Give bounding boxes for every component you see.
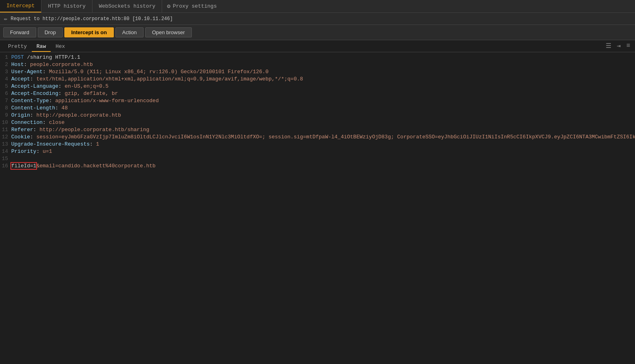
line-content: Host: people.corporate.htb bbox=[11, 61, 635, 68]
line-content: Referer: http://people.corporate.htb/sha… bbox=[11, 126, 635, 134]
editor-toolbar: ☰ ⇥ ≡ bbox=[604, 41, 632, 51]
line-number: 9 bbox=[0, 112, 11, 119]
menu-icon[interactable]: ≡ bbox=[625, 41, 632, 50]
wrap-icon[interactable]: ☰ bbox=[604, 41, 613, 51]
tab-websockets-history[interactable]: WebSockets history bbox=[92, 0, 162, 12]
line-number: 11 bbox=[0, 126, 11, 134]
line-content: fileId=1&email=candido.hackett%40corpora… bbox=[11, 162, 635, 170]
action-bar: Forward Drop Intercept is on Action Open… bbox=[0, 25, 635, 40]
line-number: 4 bbox=[0, 76, 11, 83]
tab-pretty[interactable]: Pretty bbox=[3, 42, 32, 52]
gear-icon: ⚙ bbox=[167, 3, 170, 10]
line-number: 3 bbox=[0, 68, 11, 76]
code-line-5: 5Accept-Language: en-US,en;q=0.5 bbox=[0, 83, 635, 90]
line-content: Priority: u=1 bbox=[11, 148, 635, 155]
open-browser-button[interactable]: Open browser bbox=[145, 27, 192, 37]
line-content: Content-Type: application/x-www-form-url… bbox=[11, 97, 635, 105]
code-line-2: 2Host: people.corporate.htb bbox=[0, 61, 635, 68]
line-number: 5 bbox=[0, 83, 11, 90]
line-number: 15 bbox=[0, 155, 11, 162]
line-content: Cookie: session=eyJmbGFzaGVzIjp7ImluZm8i… bbox=[11, 134, 635, 141]
code-line-1: 1POST /sharing HTTP/1.1 bbox=[0, 54, 635, 61]
line-number: 6 bbox=[0, 90, 11, 97]
line-content: POST /sharing HTTP/1.1 bbox=[11, 54, 635, 61]
line-content: Accept-Encoding: gzip, deflate, br bbox=[11, 90, 635, 97]
line-content: User-Agent: Mozilla/5.0 (X11; Linux x86_… bbox=[11, 68, 635, 76]
line-content: Accept: text/html,application/xhtml+xml,… bbox=[11, 76, 635, 83]
line-number: 10 bbox=[0, 119, 11, 126]
pencil-icon: ✏ bbox=[4, 15, 7, 22]
tab-intercept[interactable]: Intercept bbox=[0, 0, 41, 12]
intercept-on-button[interactable]: Intercept is on bbox=[64, 27, 114, 37]
code-line-8: 8Content-Length: 48 bbox=[0, 105, 635, 112]
line-content bbox=[11, 155, 635, 162]
line-content: Content-Length: 48 bbox=[11, 105, 635, 112]
code-line-9: 9Origin: http://people.corporate.htb bbox=[0, 112, 635, 119]
code-line-11: 11Referer: http://people.corporate.htb/s… bbox=[0, 126, 635, 134]
line-content: Accept-Language: en-US,en;q=0.5 bbox=[11, 83, 635, 90]
line-number: 16 bbox=[0, 162, 11, 170]
code-line-4: 4Accept: text/html,application/xhtml+xml… bbox=[0, 76, 635, 83]
line-number: 1 bbox=[0, 54, 11, 61]
proxy-settings-button[interactable]: ⚙ Proxy settings bbox=[162, 3, 222, 10]
view-tabs: Pretty Raw Hex ☰ ⇥ ≡ bbox=[0, 40, 635, 52]
code-area[interactable]: 1POST /sharing HTTP/1.12Host: people.cor… bbox=[0, 52, 635, 361]
tab-http-history[interactable]: HTTP history bbox=[41, 0, 92, 12]
line-number: 2 bbox=[0, 61, 11, 68]
tab-hex[interactable]: Hex bbox=[51, 42, 70, 52]
line-number: 14 bbox=[0, 148, 11, 155]
code-line-15: 15 bbox=[0, 155, 635, 162]
code-line-12: 12Cookie: session=eyJmbGFzaGVzIjp7ImluZm… bbox=[0, 134, 635, 141]
line-content: Connection: close bbox=[11, 119, 635, 126]
tab-bar: Intercept HTTP history WebSockets histor… bbox=[0, 0, 635, 13]
line-number: 8 bbox=[0, 105, 11, 112]
code-line-10: 10Connection: close bbox=[0, 119, 635, 126]
indent-icon[interactable]: ⇥ bbox=[615, 41, 623, 51]
code-line-14: 14Priority: u=1 bbox=[0, 148, 635, 155]
line-content: Origin: http://people.corporate.htb bbox=[11, 112, 635, 119]
drop-button[interactable]: Drop bbox=[38, 27, 63, 37]
tab-raw[interactable]: Raw bbox=[32, 42, 51, 52]
code-line-6: 6Accept-Encoding: gzip, deflate, br bbox=[0, 90, 635, 97]
line-number: 7 bbox=[0, 97, 11, 105]
forward-button[interactable]: Forward bbox=[3, 27, 36, 37]
code-line-3: 3User-Agent: Mozilla/5.0 (X11; Linux x86… bbox=[0, 68, 635, 76]
fileid-highlighted: fileId=1 bbox=[11, 163, 36, 169]
code-line-16: 16fileId=1&email=candido.hackett%40corpo… bbox=[0, 162, 635, 170]
code-line-7: 7Content-Type: application/x-www-form-ur… bbox=[0, 97, 635, 105]
line-number: 13 bbox=[0, 141, 11, 148]
line-content: Upgrade-Insecure-Requests: 1 bbox=[11, 141, 635, 148]
code-line-13: 13Upgrade-Insecure-Requests: 1 bbox=[0, 141, 635, 148]
line-number: 12 bbox=[0, 134, 11, 141]
request-info-bar: ✏ Request to http://people.corporate.htb… bbox=[0, 13, 635, 25]
action-button[interactable]: Action bbox=[115, 27, 144, 37]
